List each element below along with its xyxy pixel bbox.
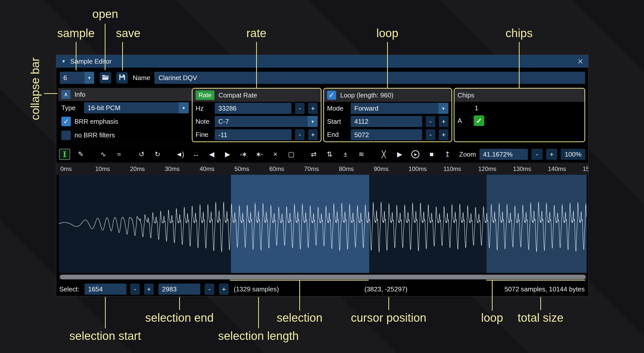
zoom-input[interactable]: 41.1672% xyxy=(479,149,528,160)
resample-icon[interactable]: ≈ xyxy=(113,149,124,160)
chips-panel-title: Chips xyxy=(458,91,474,99)
window-collapse-icon[interactable]: ▼ xyxy=(61,59,66,64)
hz-row: Hz 33286 - + xyxy=(193,102,321,115)
type-select[interactable]: 16-bit PCM ▼ xyxy=(84,102,189,113)
loop-end-input[interactable]: 5072 xyxy=(351,129,422,140)
save-sample-button[interactable] xyxy=(116,72,128,84)
loop-start-label: Start xyxy=(327,118,347,125)
rate-panel: Rate Compat Rate Hz 33286 - + Note C-7 ▼ xyxy=(192,88,321,142)
rate-panel-header: Rate Compat Rate xyxy=(193,89,321,102)
fine-label: Fine xyxy=(196,131,211,139)
apply-silence-icon[interactable]: ∗- xyxy=(254,149,265,160)
selection-start-increase-button[interactable]: + xyxy=(144,284,154,295)
undo-icon[interactable]: ↺ xyxy=(136,149,147,160)
annotation-line xyxy=(258,297,259,328)
preview-sample-icon[interactable]: ▶ xyxy=(394,149,405,160)
time-ruler[interactable]: 0ms10ms20ms30ms40ms50ms60ms70ms80ms90ms1… xyxy=(56,163,588,175)
normalize-icon[interactable]: ↔ xyxy=(190,149,201,160)
signedness-icon[interactable]: ± xyxy=(340,149,351,160)
sample-header-row: 6 ▼ Name Clarinet DQV xyxy=(56,68,588,88)
no-brr-filters-row: no BRR filters xyxy=(58,129,192,142)
selection-end-input[interactable]: 2983 xyxy=(158,284,200,295)
hz-decrease-button[interactable]: - xyxy=(295,103,305,114)
stop-preview-icon[interactable]: ■ xyxy=(426,149,437,160)
loop-start-increase-button[interactable]: + xyxy=(439,116,448,127)
check-icon: ✓ xyxy=(476,116,482,125)
trim-icon[interactable]: ▢ xyxy=(285,149,297,160)
loop-mode-label: Mode xyxy=(327,105,347,112)
check-icon: ✓ xyxy=(63,117,69,125)
create-instrument-icon[interactable]: ↥ xyxy=(442,149,453,160)
window-titlebar[interactable]: ▼ Sample Editor × xyxy=(56,55,588,68)
preview-sample-map-icon[interactable]: ▶ xyxy=(410,149,421,160)
reverse-icon[interactable]: ⇄ xyxy=(308,149,319,160)
annotation-chips: chips xyxy=(505,26,532,40)
brr-emphasis-label: BRR emphasis xyxy=(74,118,118,125)
chevron-up-icon: ∧ xyxy=(64,91,68,98)
selection-end-decrease-button[interactable]: - xyxy=(205,284,214,295)
loop-start-decrease-button[interactable]: - xyxy=(426,116,435,127)
scrollbar-thumb[interactable] xyxy=(60,275,586,279)
waveform-scrollbar[interactable] xyxy=(59,274,587,280)
chevron-down-icon[interactable]: ▼ xyxy=(179,102,189,113)
loop-panel-header: ✓ Loop (length: 960) xyxy=(324,89,451,102)
ruler-label: 50ms xyxy=(234,165,249,172)
ruler-label: 40ms xyxy=(200,165,214,172)
fine-increase-button[interactable]: + xyxy=(308,129,318,140)
brr-emphasis-checkbox[interactable]: ✓ xyxy=(61,117,71,126)
delete-icon[interactable]: × xyxy=(270,149,281,160)
selection-status-bar: Select: 1654 - + 2983 - + (1329 samples)… xyxy=(56,282,588,296)
sample-name-input[interactable]: Clarinet DQV xyxy=(154,72,585,84)
insert-silence-icon[interactable]: -∗ xyxy=(238,149,249,160)
annotation-line xyxy=(388,297,389,310)
chevron-down-icon[interactable]: ▼ xyxy=(438,103,448,114)
loop-enable-checkbox[interactable]: ✓ xyxy=(327,91,336,100)
filter-icon[interactable]: ≋ xyxy=(356,149,367,160)
annotation-selection: selection xyxy=(277,311,323,324)
type-value: 16-bit PCM xyxy=(84,102,179,113)
loop-end-increase-button[interactable]: + xyxy=(439,129,448,140)
redo-icon[interactable]: ↻ xyxy=(152,149,163,160)
hz-increase-button[interactable]: + xyxy=(308,103,318,114)
loop-start-input[interactable]: 4112 xyxy=(351,116,422,127)
crossfade-loop-icon[interactable]: ╳ xyxy=(378,149,389,160)
no-brr-filters-checkbox[interactable] xyxy=(61,131,71,140)
ruler-label: 110ms xyxy=(443,165,461,172)
close-icon[interactable]: × xyxy=(578,57,583,66)
selection-start-input[interactable]: 1654 xyxy=(85,284,126,295)
sample-number-select[interactable]: 6 ▼ xyxy=(60,72,94,84)
collapse-bar-button[interactable]: ∧ xyxy=(61,90,70,99)
select-mode-icon[interactable]: I xyxy=(59,149,70,160)
zoom-reset-button[interactable]: 100% xyxy=(561,149,585,160)
ruler-label: 10ms xyxy=(95,165,110,172)
fine-decrease-button[interactable]: - xyxy=(295,129,305,140)
loop-end-decrease-button[interactable]: - xyxy=(426,129,435,140)
zoom-in-button[interactable]: + xyxy=(546,149,557,160)
sample-number-value: 6 xyxy=(60,72,85,84)
resize-icon[interactable]: ∿ xyxy=(97,149,109,160)
waveform-canvas[interactable] xyxy=(59,175,587,273)
ruler-label: 140ms xyxy=(548,165,566,172)
note-select[interactable]: C-7 ▼ xyxy=(215,116,318,127)
loop-mode-select[interactable]: Forward ▼ xyxy=(351,103,448,114)
selection-end-increase-button[interactable]: + xyxy=(219,284,229,295)
amplify-icon[interactable]: ◄) xyxy=(174,149,185,160)
fade-in-icon[interactable]: ◀ xyxy=(206,149,217,160)
fade-out-icon[interactable]: ▶ xyxy=(222,149,233,160)
ruler-label: 20ms xyxy=(130,165,145,172)
chip-enable-checkbox[interactable]: ✓ xyxy=(474,115,484,126)
draw-mode-icon[interactable]: ✎ xyxy=(75,149,86,160)
selection-start-decrease-button[interactable]: - xyxy=(130,284,140,295)
invert-icon[interactable]: ⇅ xyxy=(324,149,335,160)
annotation-line xyxy=(105,297,106,328)
zoom-out-button[interactable]: - xyxy=(531,149,543,160)
chevron-down-icon[interactable]: ▼ xyxy=(85,72,94,84)
name-label: Name xyxy=(133,68,150,88)
page-background: ▼ Sample Editor × 6 ▼ xyxy=(0,0,644,353)
open-sample-button[interactable] xyxy=(100,72,111,84)
fine-input[interactable]: -11 xyxy=(215,129,291,140)
chevron-down-icon[interactable]: ▼ xyxy=(308,116,318,127)
ruler-label: 70ms xyxy=(304,165,319,172)
annotation-sample: sample xyxy=(57,26,95,40)
hz-input[interactable]: 33286 xyxy=(215,103,291,114)
